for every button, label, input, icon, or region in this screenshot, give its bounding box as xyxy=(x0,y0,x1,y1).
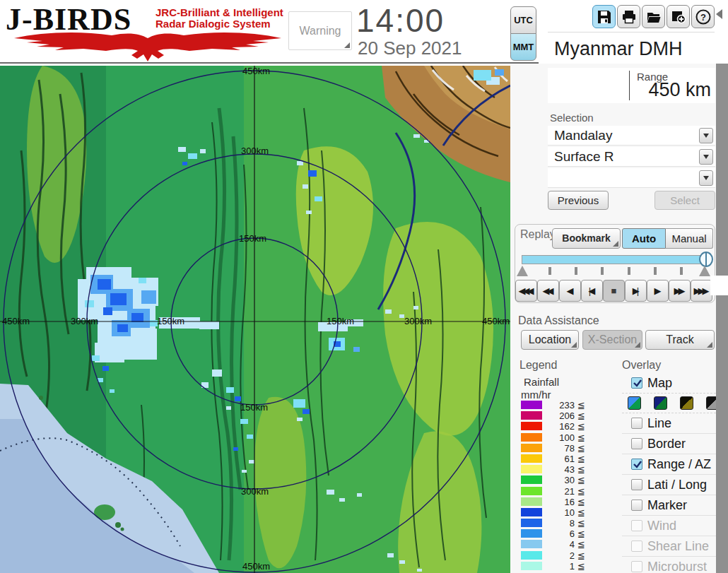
previous-button[interactable]: Previous xyxy=(548,191,609,210)
toolbar-collapse-arrow-icon[interactable] xyxy=(716,9,722,19)
overlay-item-border[interactable]: Border xyxy=(622,434,716,454)
legend-op: ≦ xyxy=(577,497,585,507)
svg-text:150km: 150km xyxy=(327,316,354,326)
legend-op: ≦ xyxy=(577,550,585,561)
legend-row: 8≦ xyxy=(521,518,599,528)
location-button[interactable]: Location xyxy=(521,330,579,350)
chevron-down-icon xyxy=(703,176,709,180)
svg-text:150km: 150km xyxy=(240,402,268,413)
replay-slider-handle[interactable] xyxy=(699,252,713,267)
legend-value: 16 xyxy=(544,497,575,507)
legend-scale: 233≦206≦162≦100≦78≦61≦43≦30≦21≦16≦10≦8≦6… xyxy=(521,400,599,572)
track-button[interactable]: Track xyxy=(645,330,715,350)
save-button[interactable] xyxy=(592,5,616,28)
logo-subtitle: JRC-Brilliant & Intelligent Radar Dialog… xyxy=(155,7,283,30)
overlay-list: MapLineBorderRange / AZLati / LongMarker… xyxy=(622,373,716,573)
checkbox[interactable] xyxy=(631,418,642,429)
replay-slider-track[interactable] xyxy=(522,255,710,264)
overlay-label: Overlay xyxy=(622,359,661,372)
product-select-dropdown-button[interactable] xyxy=(699,149,713,165)
open-folder-icon xyxy=(646,9,662,25)
svg-text:150km: 150km xyxy=(239,233,266,244)
checkbox[interactable] xyxy=(631,459,642,470)
add-image-button[interactable] xyxy=(667,5,690,28)
fast-rewind-button[interactable]: ◀◀ xyxy=(537,280,559,302)
warning-button[interactable]: Warning xyxy=(288,11,352,50)
legend-row: 4≦ xyxy=(521,539,599,550)
checkbox[interactable] xyxy=(631,500,642,511)
legend-value: 1 xyxy=(544,561,575,572)
play-button[interactable]: ▶ xyxy=(647,280,669,302)
legend-row: 2≦ xyxy=(521,550,599,561)
manual-button[interactable]: Manual xyxy=(666,228,713,249)
panel-splitter[interactable] xyxy=(716,64,728,573)
data-assistance-label: Data Assistance xyxy=(518,314,599,327)
overlay-item-range-az[interactable]: Range / AZ xyxy=(622,454,716,475)
select-button: Select xyxy=(654,191,715,210)
auto-button[interactable]: Auto xyxy=(622,228,666,249)
header-divider xyxy=(0,62,539,64)
legend-swatch xyxy=(521,422,542,430)
legend-op: ≦ xyxy=(577,561,585,572)
svg-text:300km: 300km xyxy=(71,316,98,326)
overlay-item-map[interactable]: Map xyxy=(622,373,716,394)
legend-swatch xyxy=(521,475,542,484)
overlay-item-line[interactable]: Line xyxy=(622,413,716,434)
legend-row: 162≦ xyxy=(521,421,599,432)
svg-text:300km: 300km xyxy=(241,146,269,156)
legend-op: ≦ xyxy=(577,464,585,475)
overlay-item-lati-long[interactable]: Lati / Long xyxy=(622,475,716,495)
option-select[interactable] xyxy=(548,168,715,188)
overlay-item-shear-line: Shear Line xyxy=(622,536,716,557)
jump-end-button[interactable]: ▶▶▶ xyxy=(691,280,712,302)
open-folder-button[interactable] xyxy=(642,5,665,28)
legend-swatch xyxy=(521,487,542,495)
stop-button[interactable]: ■ xyxy=(603,280,625,302)
station-select-dropdown-button[interactable] xyxy=(699,128,713,143)
legend-op: ≦ xyxy=(577,454,585,464)
bookmark-button[interactable]: Bookmark xyxy=(552,228,621,249)
utc-button[interactable]: UTC xyxy=(510,6,536,34)
fast-forward-button[interactable]: ▶▶ xyxy=(669,280,691,302)
print-button[interactable] xyxy=(617,5,640,28)
checkbox xyxy=(631,540,642,552)
replay-label: Replay xyxy=(520,228,556,241)
overlay-item-marker[interactable]: Marker xyxy=(622,495,716,516)
legend-value: 61 xyxy=(544,454,575,464)
legend-swatch xyxy=(521,465,542,473)
legend-title: Rainfall xyxy=(524,376,559,388)
checkbox[interactable] xyxy=(631,479,642,490)
mmt-button[interactable]: MMT xyxy=(510,33,536,61)
step-back-button[interactable]: |◀ xyxy=(581,280,603,302)
panel-collapse-handle[interactable] xyxy=(710,276,728,295)
legend-swatch xyxy=(521,551,542,560)
step-forward-button[interactable]: ▶| xyxy=(625,280,647,302)
option-select-dropdown-button[interactable] xyxy=(699,170,713,186)
legend-op: ≦ xyxy=(577,400,585,410)
jbirds-logo: J-BIRDS JRC-Brilliant & Intelligent Rada… xyxy=(6,1,285,62)
radar-map-canvas[interactable]: 450km 300km 150km 150km 300km 450km 450k… xyxy=(0,66,510,573)
legend-value: 162 xyxy=(544,421,575,432)
legend-swatch xyxy=(521,444,542,452)
legend-value: 21 xyxy=(544,486,575,497)
map-style-black-olive[interactable] xyxy=(680,396,693,410)
x-section-button[interactable]: X-Section xyxy=(582,330,642,350)
map-style-blue-green[interactable] xyxy=(628,396,641,410)
map-style-navy-green[interactable] xyxy=(654,396,667,410)
legend-row: 100≦ xyxy=(521,432,599,443)
checkbox[interactable] xyxy=(631,377,642,389)
station-select[interactable]: Mandalay xyxy=(548,126,715,146)
legend-swatch xyxy=(521,497,542,506)
jump-start-button[interactable]: ◀◀◀ xyxy=(515,280,537,302)
checkbox[interactable] xyxy=(631,438,642,449)
eagle-icon xyxy=(13,30,283,62)
legend-label: Legend xyxy=(519,359,557,372)
product-select[interactable]: Surface R xyxy=(548,147,715,167)
svg-text:450km: 450km xyxy=(482,316,510,326)
play-reverse-button[interactable]: ◀ xyxy=(559,280,581,302)
legend-swatch xyxy=(521,529,542,538)
help-button[interactable]: ? xyxy=(691,5,715,28)
legend-row: 16≦ xyxy=(521,497,599,507)
range-box: Range 450 km xyxy=(548,68,715,103)
legend-swatch xyxy=(521,454,542,463)
